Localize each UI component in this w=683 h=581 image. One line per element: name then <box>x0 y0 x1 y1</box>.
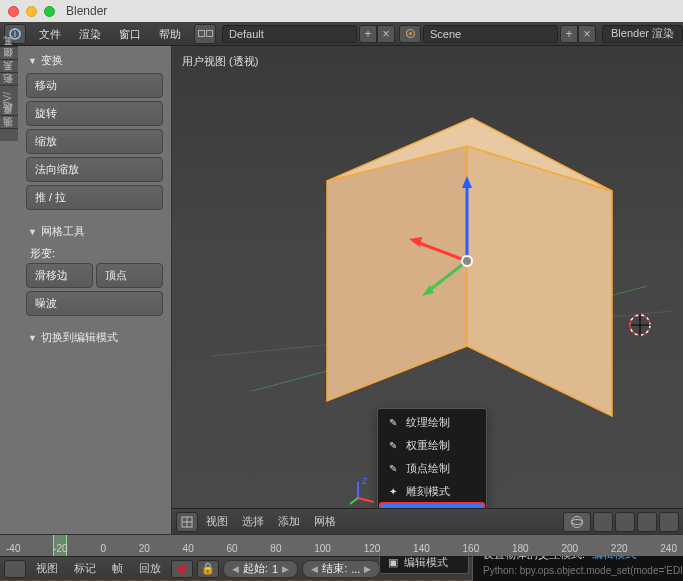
shading-mode-button[interactable] <box>637 512 657 532</box>
collapse-icon: ▼ <box>28 333 37 343</box>
push-pull-button[interactable]: 推 / 拉 <box>26 185 163 210</box>
collapse-icon: ▼ <box>28 56 37 66</box>
screen-layout-value: Default <box>229 28 264 40</box>
scene-value: Scene <box>430 28 461 40</box>
tab-create[interactable]: 创建 <box>0 59 18 72</box>
screen-layout-browse-button[interactable] <box>194 24 216 44</box>
cube-face-right <box>467 146 612 416</box>
screen-layout-remove-button[interactable]: × <box>377 25 395 43</box>
timeline-menu-marker[interactable]: 标记 <box>68 561 102 576</box>
menu-file[interactable]: 文件 <box>30 22 70 46</box>
mode-item-label: 权重绘制 <box>406 438 450 453</box>
panel-mesh-header[interactable]: ▼网格工具 <box>22 221 167 242</box>
auto-keyframe-button[interactable] <box>171 560 193 578</box>
tab-relations[interactable]: 关系 <box>0 72 18 85</box>
tab-origin[interactable]: 反原点 <box>0 115 18 128</box>
timeline-menu-frame[interactable]: 帧 <box>106 561 129 576</box>
panel-transform: ▼变换 移动 旋转 缩放 法向缩放 推 / 拉 <box>22 50 167 219</box>
svg-text:i: i <box>14 27 16 39</box>
timeline-menu-playback[interactable]: 回放 <box>133 561 167 576</box>
panel-switch-header[interactable]: ▼切换到编辑模式 <box>22 327 167 348</box>
increment-icon[interactable]: ▶ <box>364 564 371 574</box>
scene-add-remove: + × <box>560 25 596 43</box>
orientation-selector[interactable] <box>563 512 591 532</box>
scene-remove-button[interactable]: × <box>578 25 596 43</box>
mode-item-label: 雕刻模式 <box>406 484 450 499</box>
start-frame-label: 起始: <box>243 561 268 576</box>
svg-point-3 <box>409 32 412 35</box>
viewport-menu-add[interactable]: 添加 <box>272 514 306 529</box>
timeline-tick: 60 <box>226 543 237 554</box>
panel-switch-title: 切换到编辑模式 <box>41 330 118 345</box>
render-engine-dropdown[interactable]: Blender 渲染 <box>602 25 683 43</box>
rotate-button[interactable]: 旋转 <box>26 101 163 126</box>
mode-menu-item-texture-paint[interactable]: ✎纹理绘制 <box>380 411 484 434</box>
axis-gizmo-icon: z <box>350 476 380 506</box>
menu-render[interactable]: 渲染 <box>70 22 110 46</box>
scene-add-button[interactable]: + <box>560 25 578 43</box>
mode-menu-item-vertex-paint[interactable]: ✎顶点绘制 <box>380 457 484 480</box>
increment-icon[interactable]: ▶ <box>282 564 289 574</box>
vertex-button[interactable]: 顶点 <box>96 263 163 288</box>
svg-point-15 <box>463 257 471 265</box>
scene-field[interactable]: Scene <box>423 25 558 43</box>
viewport-menu-select[interactable]: 选择 <box>236 514 270 529</box>
translate-button[interactable]: 移动 <box>26 73 163 98</box>
mode-menu-item-sculpt[interactable]: ✦雕刻模式 <box>380 480 484 503</box>
mode-current-label: 编辑模式 <box>404 555 448 570</box>
screen-layout-field[interactable]: Default <box>222 25 357 43</box>
render-engine-label: Blender 渲染 <box>611 26 674 41</box>
scale-button[interactable]: 缩放 <box>26 129 163 154</box>
close-window-button[interactable] <box>8 6 19 17</box>
tab-uvcolor[interactable]: UV/色彩 <box>0 85 18 115</box>
viewport-menu-view[interactable]: 视图 <box>200 514 234 529</box>
menu-help[interactable]: 帮助 <box>150 22 190 46</box>
decrement-icon[interactable]: ◀ <box>232 564 239 574</box>
timeline-menu-view[interactable]: 视图 <box>30 561 64 576</box>
svg-point-29 <box>178 565 186 573</box>
scene-browse-button[interactable] <box>399 25 421 43</box>
lock-frame-button[interactable]: 🔒 <box>197 560 219 578</box>
edit-mode-icon: ▣ <box>388 556 398 569</box>
svg-line-23 <box>350 498 358 504</box>
timeline-tick: 220 <box>611 543 628 554</box>
slide-edge-button[interactable]: 滑移边 <box>26 263 93 288</box>
3d-cursor-icon <box>626 311 654 339</box>
mode-item-label: 顶点绘制 <box>406 461 450 476</box>
timeline-ruler[interactable]: -40 -20 0 20 40 60 80 100 120 140 160 18… <box>0 534 683 556</box>
timeline-tick: -20 <box>53 543 67 554</box>
screen-layout-add-remove: + × <box>359 25 395 43</box>
minimize-window-button[interactable] <box>26 6 37 17</box>
noise-button[interactable]: 噪波 <box>26 291 163 316</box>
tab-tools[interactable]: 工具 <box>0 46 18 59</box>
tool-shelf-tabs: 工具 创建 关系 UV/色彩 反原点 选项 <box>0 46 18 141</box>
timeline-tick: -40 <box>6 543 20 554</box>
start-frame-field[interactable]: ◀ 起始: 1 ▶ <box>223 560 298 578</box>
tab-options[interactable]: 选项 <box>0 128 18 141</box>
timeline-tick: 160 <box>463 543 480 554</box>
menu-window[interactable]: 窗口 <box>110 22 150 46</box>
timeline-tick: 140 <box>413 543 430 554</box>
editor-type-selector[interactable] <box>176 512 198 532</box>
top-menubar: i 文件 渲染 窗口 帮助 Default + × Scene + × Blen… <box>0 22 683 46</box>
decrement-icon[interactable]: ◀ <box>311 564 318 574</box>
screen-layout-add-button[interactable]: + <box>359 25 377 43</box>
panel-transform-header[interactable]: ▼变换 <box>22 50 167 71</box>
info-editor-icon[interactable]: i <box>4 24 26 44</box>
overlay-toggle-button[interactable] <box>659 512 679 532</box>
start-frame-value: 1 <box>272 563 278 575</box>
sculpt-icon: ✦ <box>386 485 400 499</box>
timeline-editor-type-selector[interactable] <box>4 560 26 578</box>
proportional-edit-button[interactable] <box>615 512 635 532</box>
window-titlebar: Blender <box>0 0 683 22</box>
snap-toggle-button[interactable] <box>593 512 613 532</box>
mode-menu-item-weight-paint[interactable]: ✎权重绘制 <box>380 434 484 457</box>
paint-icon: ✎ <box>386 462 400 476</box>
end-frame-field[interactable]: ◀ 结束: ... ▶ <box>302 560 380 578</box>
maximize-window-button[interactable] <box>44 6 55 17</box>
viewport-menu-mesh[interactable]: 网格 <box>308 514 342 529</box>
window-title: Blender <box>66 4 107 18</box>
3d-viewport[interactable]: 用户视图 (透视) <box>172 46 683 534</box>
scale-normal-button[interactable]: 法向缩放 <box>26 157 163 182</box>
paint-icon: ✎ <box>386 439 400 453</box>
